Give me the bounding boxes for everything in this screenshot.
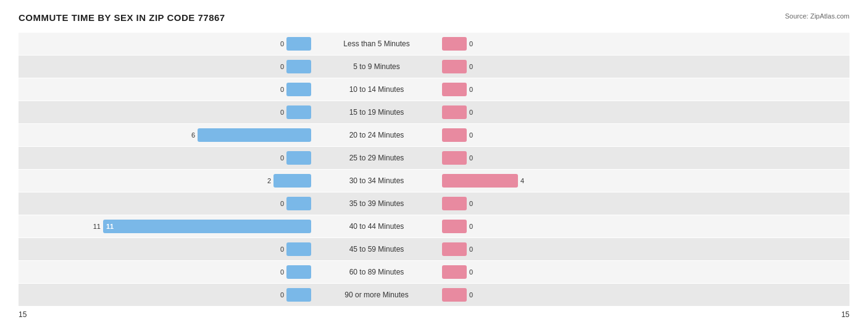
male-section: 0 bbox=[19, 83, 315, 96]
chart-area: 0Less than 5 Minutes005 to 9 Minutes0010… bbox=[19, 33, 849, 306]
chart-row: 0Less than 5 Minutes0 bbox=[19, 33, 849, 55]
female-section: 0 bbox=[438, 105, 735, 119]
male-bar bbox=[286, 265, 311, 279]
axis-row: 15 15 bbox=[19, 307, 849, 321]
chart-row: 090 or more Minutes0 bbox=[19, 284, 849, 306]
female-section: 0 bbox=[438, 60, 735, 73]
female-section: 0 bbox=[438, 242, 735, 256]
female-bar bbox=[442, 105, 467, 119]
row-label: 45 to 59 Minutes bbox=[315, 245, 438, 254]
female-section: 0 bbox=[438, 197, 735, 210]
male-bar bbox=[286, 197, 311, 210]
row-label: 5 to 9 Minutes bbox=[315, 62, 438, 71]
female-bar bbox=[442, 265, 467, 279]
female-value: 0 bbox=[469, 268, 482, 276]
male-value: 0 bbox=[272, 86, 284, 93]
male-bar bbox=[286, 288, 311, 302]
male-section: 0 bbox=[19, 151, 315, 165]
female-value: 0 bbox=[469, 40, 482, 47]
male-value: 0 bbox=[272, 109, 284, 116]
female-section: 0 bbox=[438, 220, 735, 233]
male-value: 6 bbox=[183, 131, 195, 139]
male-bar bbox=[286, 83, 311, 96]
female-bar bbox=[442, 128, 467, 142]
chart-row: 045 to 59 Minutes0 bbox=[19, 238, 849, 260]
axis-left-label: 15 bbox=[19, 310, 27, 319]
male-bar bbox=[286, 151, 311, 165]
female-value: 0 bbox=[469, 223, 482, 230]
chart-title: COMMUTE TIME BY SEX IN ZIP CODE 77867 bbox=[19, 12, 225, 23]
female-value: 0 bbox=[469, 200, 482, 207]
female-section: 0 bbox=[438, 265, 735, 279]
female-bar bbox=[442, 288, 467, 302]
male-section: 0 bbox=[19, 37, 315, 51]
male-value: 0 bbox=[272, 63, 284, 70]
female-section: 0 bbox=[438, 288, 735, 302]
female-section: 0 bbox=[438, 151, 735, 165]
chart-row: 230 to 34 Minutes4 bbox=[19, 170, 849, 192]
male-section: 6 bbox=[19, 128, 315, 142]
female-section: 0 bbox=[438, 83, 735, 96]
male-value: 2 bbox=[259, 177, 271, 184]
female-section: 4 bbox=[438, 174, 735, 188]
chart-row: 111140 to 44 Minutes0 bbox=[19, 215, 849, 237]
female-value: 4 bbox=[520, 177, 533, 184]
male-section: 0 bbox=[19, 242, 315, 256]
female-value: 0 bbox=[469, 246, 482, 253]
row-label: 60 to 89 Minutes bbox=[315, 268, 438, 276]
male-value: 0 bbox=[272, 291, 284, 299]
female-bar bbox=[442, 83, 467, 96]
row-label: 40 to 44 Minutes bbox=[315, 222, 438, 231]
male-value: 11 bbox=[88, 223, 101, 230]
female-bar bbox=[442, 151, 467, 165]
male-section: 0 bbox=[19, 265, 315, 279]
chart-row: 620 to 24 Minutes0 bbox=[19, 124, 849, 146]
female-value: 0 bbox=[469, 63, 482, 70]
male-value: 0 bbox=[272, 200, 284, 207]
chart-row: 060 to 89 Minutes0 bbox=[19, 261, 849, 283]
chart-row: 035 to 39 Minutes0 bbox=[19, 192, 849, 215]
female-value: 0 bbox=[469, 154, 482, 162]
male-section: 0 bbox=[19, 288, 315, 302]
chart-row: 05 to 9 Minutes0 bbox=[19, 56, 849, 78]
male-bar bbox=[286, 105, 311, 119]
male-section: 0 bbox=[19, 60, 315, 73]
male-bar bbox=[286, 60, 311, 73]
female-section: 0 bbox=[438, 37, 735, 51]
row-label: 15 to 19 Minutes bbox=[315, 108, 438, 117]
row-label: 30 to 34 Minutes bbox=[315, 176, 438, 185]
female-value: 0 bbox=[469, 291, 482, 299]
male-value: 0 bbox=[272, 154, 284, 162]
source-label: Source: ZipAtlas.com bbox=[785, 12, 849, 20]
female-value: 0 bbox=[469, 86, 482, 93]
male-bar bbox=[273, 174, 311, 188]
male-section: 0 bbox=[19, 197, 315, 210]
male-section: 2 bbox=[19, 174, 315, 188]
male-bar bbox=[286, 242, 311, 256]
male-bar bbox=[198, 128, 311, 142]
female-value: 0 bbox=[469, 131, 482, 139]
female-section: 0 bbox=[438, 128, 735, 142]
row-label: Less than 5 Minutes bbox=[315, 39, 438, 48]
female-bar bbox=[442, 60, 467, 73]
axis-right-label: 15 bbox=[841, 310, 849, 319]
chart-row: 010 to 14 Minutes0 bbox=[19, 78, 849, 101]
female-value: 0 bbox=[469, 109, 482, 116]
chart-row: 015 to 19 Minutes0 bbox=[19, 101, 849, 123]
row-label: 25 to 29 Minutes bbox=[315, 154, 438, 162]
row-label: 90 or more Minutes bbox=[315, 291, 438, 299]
female-bar bbox=[442, 220, 467, 233]
male-value: 0 bbox=[272, 268, 284, 276]
male-value: 0 bbox=[272, 246, 284, 253]
chart-row: 025 to 29 Minutes0 bbox=[19, 147, 849, 169]
female-bar bbox=[442, 37, 467, 51]
row-label: 35 to 39 Minutes bbox=[315, 199, 438, 208]
male-value: 0 bbox=[272, 40, 284, 47]
male-bar: 11 bbox=[103, 220, 311, 233]
female-bar bbox=[442, 242, 467, 256]
female-bar bbox=[442, 197, 467, 210]
male-section: 1111 bbox=[19, 220, 315, 233]
male-section: 0 bbox=[19, 105, 315, 119]
male-bar bbox=[286, 37, 311, 51]
row-label: 20 to 24 Minutes bbox=[315, 131, 438, 139]
